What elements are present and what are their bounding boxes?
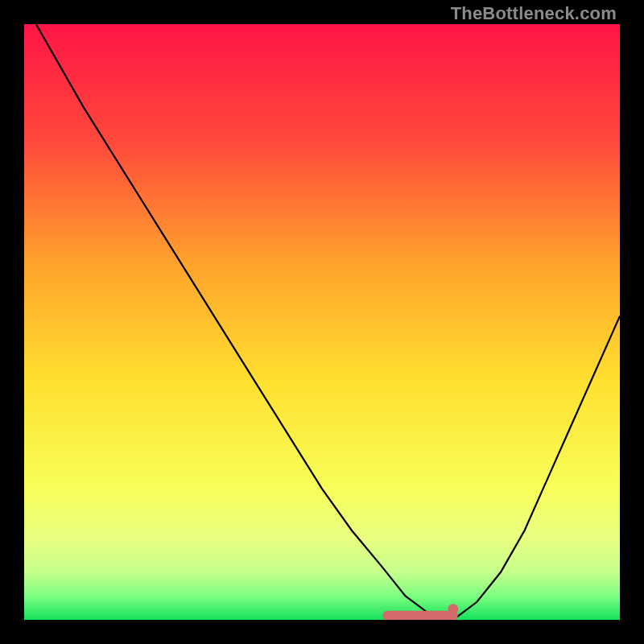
plot-area (24, 24, 620, 620)
optimal-range-endpoint (448, 604, 458, 614)
chart-frame: TheBottleneck.com (0, 0, 644, 644)
marker-layer (24, 24, 620, 620)
watermark-text: TheBottleneck.com (451, 3, 617, 24)
